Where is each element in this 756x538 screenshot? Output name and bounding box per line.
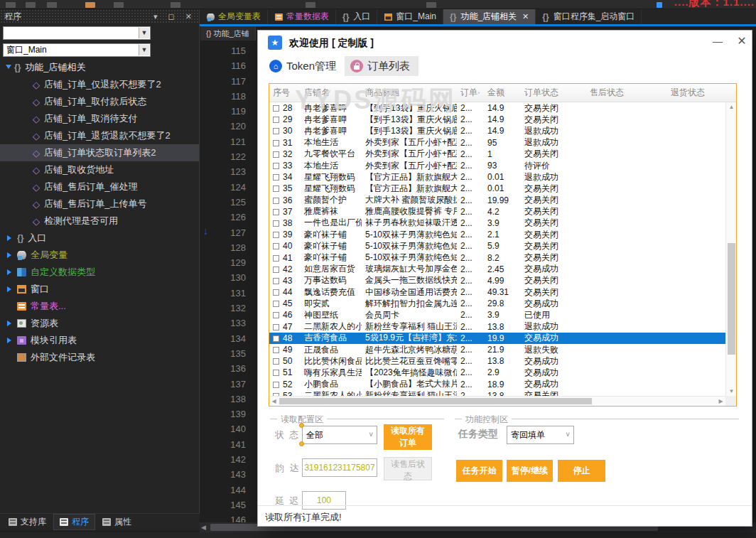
table-row[interactable]: 47二黑新农人的小店新粉丝专享福利 猫山王流...2...13.8退款成功	[269, 321, 725, 333]
tree-item-function[interactable]: ◇店铺_订单_仅退款不想要了2	[0, 76, 199, 93]
toolbar-icon[interactable]	[47, 2, 57, 8]
table-row[interactable]: 45即安贰解环解扣智力扣金属九连...2...29.8交易成功	[269, 298, 725, 309]
scroll-down-icon[interactable]: ▼	[726, 387, 737, 396]
table-row[interactable]: 34星耀飞翔数码【官方正品】新款旗舰大...2...0.01退款成功	[269, 171, 725, 183]
table-row[interactable]: 37雅鹿裤袜雅鹿高腰收腹提臀裤 专用...2...4.2交易关闭	[269, 206, 725, 217]
column-header-退货状态[interactable]: 退货状态	[667, 87, 724, 99]
bottom-tab-支持库[interactable]: 支持库	[3, 515, 52, 529]
chevron-down-icon[interactable]: ▼	[139, 28, 149, 38]
row-checkbox[interactable]	[273, 255, 279, 262]
table-row[interactable]: 35星耀飞翔数码【官方正品】新款旗舰大...2...0.01交易关闭	[269, 183, 725, 194]
tree-item-外部文件记录表[interactable]: 外部文件记录表	[0, 349, 199, 366]
row-checkbox[interactable]	[273, 232, 279, 238]
close-tab-icon[interactable]: ✕	[522, 12, 529, 21]
express-number-input[interactable]	[302, 458, 377, 477]
row-checkbox[interactable]	[273, 117, 279, 123]
window-combobox[interactable]: 窗口_Main ▼	[3, 43, 151, 57]
bottom-tab-属性[interactable]: 属性	[97, 515, 137, 529]
table-header-row[interactable]: 序号店铺名商品标题订单·金额订单状态售后状态退货状态	[269, 84, 736, 102]
chevron-right-icon[interactable]	[7, 269, 14, 275]
table-row[interactable]: 49正晟食品超牛先森北京烤鸭冰糖葫...2...21.9退款失败	[269, 344, 725, 355]
table-row[interactable]: 30冉老爹喜呷【到手13袋】重庆火锅底...2...14.9退款成功	[269, 125, 725, 136]
table-row[interactable]: 53二黑新农人的小店新粉丝专享福利 猫山王流...2...13.8交易关闭	[269, 390, 725, 396]
editor-tab-窗口程序集_启动窗口[interactable]: {}窗口程序集_启动窗口	[536, 9, 642, 24]
row-checkbox[interactable]	[273, 163, 279, 169]
table-row[interactable]: 29冉老爹喜呷【到手13袋】重庆火锅底...2...14.9交易关闭	[269, 114, 725, 125]
row-checkbox[interactable]	[273, 289, 279, 296]
tree-item-function[interactable]: ◇店铺_订单状态取订单列表2	[0, 144, 199, 161]
table-row[interactable]: 50比比赞休闲食品比比赞兰花豆蚕豆馋嘴零...2...13.8交易成功	[269, 355, 725, 367]
scroll-up-icon[interactable]: ▲	[726, 102, 737, 112]
table-row[interactable]: 52小鹏食品【小鹏食品】老式大辣片8...2...18.9交易成功	[269, 379, 725, 390]
row-checkbox[interactable]	[273, 267, 279, 273]
table-horizontal-scrollbar[interactable]: ◀ ▶	[269, 396, 725, 406]
column-header-订单·[interactable]: 订单·	[457, 87, 484, 99]
chevron-right-icon[interactable]	[7, 235, 14, 241]
scrollbar-thumb[interactable]	[728, 243, 735, 355]
tree-item-窗口[interactable]: 窗口	[0, 281, 199, 298]
tree-item-function[interactable]: ◇店铺_售后订单_催处理	[0, 178, 199, 195]
editor-tab-窗口_Main[interactable]: 窗口_Main	[377, 9, 443, 24]
toolbar-icon[interactable]	[114, 2, 124, 8]
table-row[interactable]: 46神图壁纸会员周卡2...3.9已使用	[269, 309, 725, 321]
table-row[interactable]: 42如意居家百货玻璃烟灰缸大号加厚金色...2...2.45交易成功	[269, 264, 725, 275]
tree-item-常量表...[interactable]: 常量表...	[0, 298, 199, 315]
column-header-序号[interactable]: 序号	[269, 87, 301, 99]
table-row[interactable]: 31本地生活外卖到家【五斤小虾+配菜...2...95退款成功	[269, 137, 725, 149]
row-checkbox[interactable]	[273, 347, 279, 353]
tab-token-manage[interactable]: Token管理	[264, 56, 345, 76]
dialog-titlebar[interactable]: ★ 欢迎使用 [ 定制版 ] — ✕	[258, 31, 752, 55]
editor-tab-入口[interactable]: {}入口	[336, 9, 377, 24]
toolbar-icon[interactable]	[171, 2, 180, 8]
editor-tab-功能_店铺相关[interactable]: {}功能_店铺相关✕	[443, 9, 536, 24]
row-checkbox[interactable]	[273, 174, 279, 181]
editor-tab-全局变量表[interactable]: 全局变量表	[200, 9, 268, 24]
row-checkbox[interactable]	[273, 312, 279, 318]
chevron-right-icon[interactable]	[7, 252, 14, 258]
chevron-right-icon[interactable]	[7, 338, 14, 343]
stop-button[interactable]: 停止	[558, 460, 605, 482]
table-row[interactable]: 44飘逸话费充值中国移动全国通用话费充...2...49.31交易关闭	[269, 286, 725, 298]
row-checkbox[interactable]	[273, 198, 279, 204]
chevron-right-icon[interactable]	[7, 286, 14, 292]
minimize-button[interactable]: —	[708, 32, 727, 50]
chevron-right-icon[interactable]	[7, 321, 14, 326]
row-checkbox[interactable]	[273, 382, 279, 388]
row-checkbox[interactable]	[273, 335, 279, 342]
row-checkbox[interactable]	[273, 370, 279, 376]
tree-item-function[interactable]: ◇检测代理是否可用	[0, 212, 199, 230]
tree-item-function[interactable]: ◇店铺_订单_退货退款不想要了2	[0, 127, 199, 144]
tree-item-资源表[interactable]: 资源表	[0, 315, 199, 332]
table-row[interactable]: 38一件也是出厂价袜子男春秋款短袜吸汗透...2...3.9交易关闭	[269, 217, 725, 229]
tree-root-item[interactable]: {}功能_店铺相关	[0, 59, 199, 76]
tree-item-function[interactable]: ◇店铺_售后订单_上传单号	[0, 195, 199, 212]
tree-item-模块引用表[interactable]: 模块引用表	[0, 332, 199, 349]
bottom-tab-程序[interactable]: 程序	[53, 514, 95, 530]
column-header-售后状态[interactable]: 售后状态	[586, 87, 667, 99]
row-checkbox[interactable]	[273, 358, 279, 365]
read-after-sale-button[interactable]: 读售后状态	[384, 457, 432, 480]
row-checkbox[interactable]	[273, 151, 279, 158]
tree-item-全局变量[interactable]: 全局变量	[0, 247, 199, 264]
column-header-金额[interactable]: 金额	[484, 87, 521, 99]
table-row[interactable]: 51嗨有乐家具生活【2023兔年搞怪趣味微信...2...2.9交易成功	[269, 367, 725, 378]
toolbar-icon[interactable]	[657, 2, 662, 8]
table-row[interactable]: 41豪吖袜子铺5-10双袜子男薄款纯色短...2...8.2交易关闭	[269, 252, 725, 263]
row-checkbox[interactable]	[273, 105, 279, 112]
tab-order-list[interactable]: 订单列表	[345, 56, 418, 76]
row-checkbox[interactable]	[273, 209, 279, 215]
editor-tab-常量数据表[interactable]: 常量数据表	[268, 9, 336, 24]
module-combobox[interactable]: ▼	[3, 26, 151, 40]
toolbar-icon[interactable]	[26, 2, 36, 8]
toolbar-icon[interactable]	[306, 2, 315, 8]
table-row[interactable]: 39豪吖袜子铺5-10双袜子男薄款纯色短...2...2.1交易关闭	[269, 229, 725, 240]
column-header-订单状态[interactable]: 订单状态	[521, 87, 586, 99]
scroll-left-icon[interactable]: ◀	[201, 524, 206, 531]
table-vertical-scrollbar[interactable]: ▲ ▼	[725, 102, 736, 396]
row-checkbox[interactable]	[273, 278, 279, 284]
scrollbar-thumb[interactable]	[279, 398, 592, 404]
scroll-left-icon[interactable]: ◀	[269, 397, 279, 406]
task-type-select[interactable]: 寄回填单 ˅	[507, 426, 574, 444]
toolbar-icon[interactable]	[85, 2, 95, 8]
row-checkbox[interactable]	[273, 185, 279, 192]
